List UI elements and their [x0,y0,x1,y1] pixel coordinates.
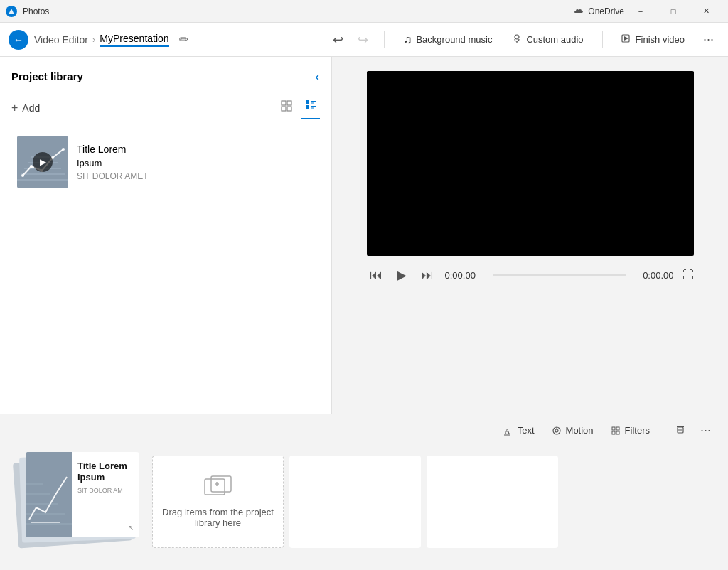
delete-icon [675,424,686,435]
app-icon [6,6,17,17]
undo-button[interactable]: ↩ [328,29,348,50]
svg-rect-29 [612,427,615,430]
svg-rect-5 [282,107,286,111]
title-bar: Photos OneDrive − □ ✕ [0,0,728,23]
bg-music-label: Background music [416,34,492,45]
finish-video-button[interactable]: Finish video [614,31,692,48]
media-subtitle: Ipsum [77,158,148,168]
onedrive-area: OneDrive [574,6,624,16]
svg-rect-15 [21,173,65,175]
motion-button[interactable]: Motion [545,422,601,439]
edit-icon[interactable]: ✏ [179,33,188,46]
filters-button[interactable]: Filters [604,422,657,439]
breadcrumb: Video Editor › MyPresentation [34,33,169,47]
delete-button[interactable] [669,421,692,441]
back-icon: ← [14,34,23,45]
svg-rect-10 [306,105,309,109]
app-title: Photos [23,6,49,16]
divider-1 [384,31,385,48]
play-overlay[interactable]: ▶ [33,152,53,172]
media-meta: SIT DOLOR AMET [77,171,148,181]
rewind-button[interactable]: ⏮ [367,265,385,286]
storyboard-content: Title LoremIpsum SIT DOLOR AM ↖ Drag ite… [0,446,728,557]
svg-rect-7 [306,100,309,104]
time-start: 0:00.00 [445,270,484,281]
collapse-library-button[interactable]: ‹ [315,68,320,85]
close-button[interactable]: ✕ [690,0,722,23]
storyboard-divider [663,424,663,438]
project-library-header: Project library ‹ [0,57,331,90]
onedrive-icon [574,6,584,16]
text-icon: A [503,426,513,436]
step-forward-button[interactable]: ⏭ [418,265,437,286]
svg-point-23 [62,148,65,151]
svg-rect-14 [17,179,68,181]
storyboard-item-1[interactable]: Title LoremIpsum SIT DOLOR AM ↖ [26,452,146,552]
expand-button[interactable]: ⛶ [682,269,694,281]
custom-audio-icon [512,33,522,45]
svg-rect-8 [311,101,316,102]
library-content: ▶ Title Lorem Ipsum SIT DOLOR AMET [0,125,331,414]
svg-point-20 [30,165,33,168]
storyboard-more-button[interactable]: ··· [695,420,717,441]
svg-rect-6 [287,107,291,111]
back-button[interactable]: ← [9,30,28,50]
svg-rect-42 [26,503,58,505]
toolbar: ← Video Editor › MyPresentation ✏ ↩ ↪ ♫ … [0,23,728,57]
redo-button[interactable]: ↪ [353,29,373,50]
filters-label: Filters [625,425,650,436]
background-music-button[interactable]: ♫ Background music [396,31,499,49]
minimize-button[interactable]: − [624,0,657,23]
text-label: Text [518,425,535,436]
svg-text:A: A [505,427,510,435]
card-subtitle: SIT DOLOR AM [77,487,127,494]
media-title: Title Lorem [77,144,148,155]
add-label: Add [22,102,40,114]
breadcrumb-parent[interactable]: Video Editor [34,34,88,45]
storyboard-panel: A Text Motion Filters ··· [0,414,728,570]
storyboard-empty-1 [289,456,421,548]
maximize-button[interactable]: □ [657,0,690,23]
card-text-area: Title LoremIpsum SIT DOLOR AM ↖ [72,452,133,537]
storyboard-placeholder[interactable]: Drag items from the project library here [152,456,284,548]
custom-audio-button[interactable]: Custom audio [505,31,590,48]
cursor-indicator: ↖ [128,524,134,532]
progress-bar[interactable] [493,274,626,276]
list-item[interactable]: ▶ Title Lorem Ipsum SIT DOLOR AMET [11,131,320,193]
card-front: Title LoremIpsum SIT DOLOR AM ↖ [26,452,139,537]
svg-rect-33 [678,426,682,426]
breadcrumb-current: MyPresentation [100,33,168,47]
text-button[interactable]: A Text [496,422,542,439]
divider-2 [602,31,603,48]
thumb-image: ▶ [17,136,68,188]
breadcrumb-sep: › [92,34,95,45]
svg-rect-30 [616,427,619,430]
motion-icon [552,426,562,436]
preview-controls: ⏮ ▶ ⏭ 0:00.00 0:00.00 ⛶ [367,264,694,286]
list-view-button[interactable] [301,96,320,119]
add-media-button[interactable]: + Add [11,102,40,114]
placeholder-icon [204,475,232,501]
add-icon: + [11,102,18,114]
svg-point-0 [515,35,519,39]
svg-rect-40 [26,523,72,525]
project-library-panel: Project library ‹ + Add [0,57,332,414]
media-thumbnail: ▶ [17,136,68,188]
library-toolbar: + Add [0,90,331,125]
more-options-button[interactable]: ··· [697,29,719,50]
window-controls[interactable]: − □ ✕ [624,0,722,23]
play-button[interactable]: ▶ [394,264,410,286]
finish-label: Finish video [636,34,685,45]
project-library-title: Project library [11,70,83,82]
collapse-icon: ‹ [315,68,320,84]
title-bar-left: Photos [6,6,49,17]
preview-panel: ⏮ ▶ ⏭ 0:00.00 0:00.00 ⛶ [332,57,728,414]
svg-rect-11 [311,106,316,107]
grid-view-button[interactable] [277,97,296,119]
bg-music-icon: ♫ [403,33,412,46]
card-title: Title LoremIpsum [77,461,127,483]
grid-icon [280,100,293,112]
svg-rect-4 [287,101,291,105]
card-photo [26,452,72,537]
more-icon: ··· [703,32,714,46]
